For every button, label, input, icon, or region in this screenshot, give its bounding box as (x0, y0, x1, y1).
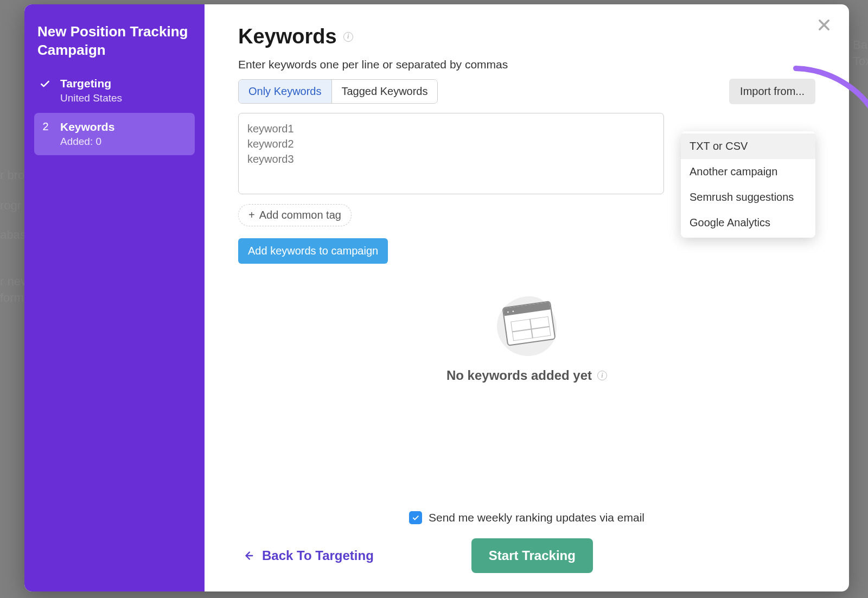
add-tag-label: Add common tag (259, 209, 341, 221)
import-option-another-campaign[interactable]: Another campaign (681, 159, 815, 185)
keyword-tab-row: Only Keywords Tagged Keywords Import fro… (238, 79, 815, 104)
annotation-arrow (788, 64, 868, 148)
wizard-step-targeting[interactable]: Targeting United States (34, 69, 195, 112)
close-button[interactable] (814, 15, 834, 35)
modal-footer: Send me weekly ranking updates via email… (238, 511, 815, 573)
keywords-textarea[interactable] (238, 113, 664, 194)
empty-text-label: No keywords added yet (446, 368, 592, 383)
add-keywords-button[interactable]: Add keywords to campaign (238, 238, 388, 264)
keyword-mode-segmented: Only Keywords Tagged Keywords (238, 79, 438, 104)
empty-illustration: • • (497, 296, 557, 356)
step-subtitle: Added: 0 (60, 136, 189, 148)
back-link-label: Back To Targeting (262, 548, 374, 563)
page-title: Keywords i (238, 25, 815, 48)
sidebar-heading: New Position Tracking Campaign (34, 20, 195, 69)
back-to-targeting-link[interactable]: Back To Targeting (242, 548, 374, 563)
bg-text: r bro (0, 168, 24, 182)
info-icon[interactable]: i (597, 371, 607, 380)
bg-text: Bac (853, 38, 868, 52)
step-title: Keywords (60, 120, 189, 133)
step-number: 2 (40, 120, 52, 148)
page-subtitle: Enter keywords one per line or separated… (238, 58, 815, 71)
wizard-sidebar: New Position Tracking Campaign Targeting… (24, 4, 205, 591)
start-tracking-button[interactable]: Start Tracking (471, 538, 593, 573)
step-title: Targeting (60, 77, 189, 90)
import-option-semrush[interactable]: Semrush suggestions (681, 185, 815, 210)
wizard-step-keywords[interactable]: 2 Keywords Added: 0 (34, 113, 195, 155)
tab-only-keywords[interactable]: Only Keywords (239, 80, 332, 103)
step-subtitle: United States (60, 92, 189, 104)
bg-text: r nev (0, 275, 27, 289)
weekly-updates-label: Send me weekly ranking updates via email (429, 511, 644, 524)
weekly-updates-checkbox[interactable] (409, 511, 422, 524)
empty-state: • • No keywords added yet i (238, 296, 815, 383)
modal-main: Keywords i Enter keywords one per line o… (205, 4, 849, 591)
campaign-modal: New Position Tracking Campaign Targeting… (24, 4, 849, 591)
footer-buttons: Back To Targeting Start Tracking (238, 538, 815, 573)
weekly-updates-row: Send me weekly ranking updates via email (238, 511, 815, 524)
title-text: Keywords (238, 25, 337, 48)
bg-text: abas (0, 228, 26, 242)
bg-text: form (0, 291, 24, 305)
bg-text: rogr (0, 199, 21, 213)
info-icon[interactable]: i (343, 32, 353, 42)
tab-tagged-keywords[interactable]: Tagged Keywords (332, 80, 438, 103)
import-option-google-analytics[interactable]: Google Analytics (681, 210, 815, 236)
empty-state-text: No keywords added yet i (446, 368, 607, 383)
plus-icon: + (248, 209, 255, 221)
add-common-tag-button[interactable]: + Add common tag (238, 204, 352, 226)
check-icon (40, 77, 52, 104)
